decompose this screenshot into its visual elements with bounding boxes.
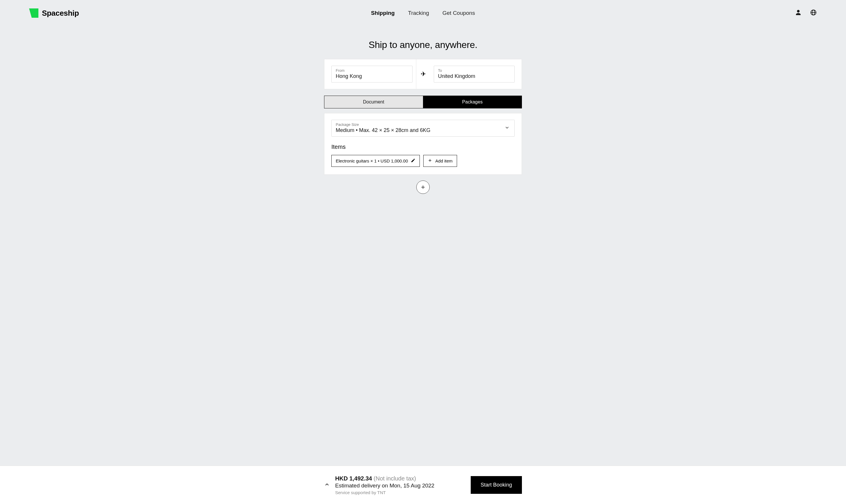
- to-value: United Kingdom: [438, 73, 511, 79]
- chevron-up-icon: [324, 482, 330, 487]
- primary-nav: Shipping Tracking Get Coupons: [371, 10, 475, 16]
- airplane-icon: ✈: [421, 70, 426, 78]
- items-section-label: Items: [331, 144, 515, 150]
- nav-tracking[interactable]: Tracking: [408, 10, 429, 16]
- package-size-value: Medium • Max. 42 × 25 × 28cm and 6KG: [336, 127, 510, 133]
- item-chip[interactable]: Electronic guitars × 1 • USD 1,000.00: [331, 155, 420, 167]
- edit-pencil-icon: [411, 158, 415, 164]
- from-label: From: [336, 68, 408, 73]
- add-item-label: Add item: [435, 158, 452, 163]
- brand-logo-icon: [29, 8, 38, 18]
- plus-icon: [420, 184, 426, 190]
- plus-icon: [428, 158, 432, 164]
- from-field[interactable]: From Hong Kong: [331, 66, 413, 83]
- shipment-type-segmented: Document Packages: [324, 96, 522, 108]
- quote-provider: Service supported by TNT: [335, 490, 465, 495]
- quote-tax-note: (Not include tax): [374, 475, 416, 482]
- route-from: From Hong Kong: [331, 66, 416, 83]
- add-item-button[interactable]: Add item: [423, 155, 457, 167]
- add-package-button[interactable]: [416, 180, 430, 194]
- route-card: From Hong Kong ✈ To United Kingdom: [324, 59, 522, 89]
- page-title: Ship to anyone, anywhere.: [368, 39, 478, 50]
- main-content: Ship to anyone, anywhere. From Hong Kong…: [0, 26, 846, 504]
- quote-price: HKD 1,492.34: [335, 475, 372, 482]
- quote-bar: HKD 1,492.34 (Not include tax) Estimated…: [0, 466, 846, 504]
- top-nav: Spaceship Shipping Tracking Get Coupons: [0, 0, 846, 26]
- from-value: Hong Kong: [336, 73, 408, 79]
- nav-get-coupons[interactable]: Get Coupons: [443, 10, 475, 16]
- package-size-label: Package Size: [336, 122, 510, 127]
- package-size-select[interactable]: Package Size Medium • Max. 42 × 25 × 28c…: [331, 120, 515, 137]
- to-field[interactable]: To United Kingdom: [434, 66, 515, 83]
- item-chip-text: Electronic guitars × 1 • USD 1,000.00: [336, 158, 408, 163]
- nav-shipping[interactable]: Shipping: [371, 10, 395, 16]
- start-booking-button[interactable]: Start Booking: [471, 476, 522, 494]
- tab-packages[interactable]: Packages: [423, 96, 522, 108]
- route-to: To United Kingdom: [430, 66, 515, 83]
- to-label: To: [438, 68, 511, 73]
- account-icon[interactable]: [795, 9, 802, 17]
- nav-utility-icons: [795, 9, 817, 17]
- tab-document[interactable]: Document: [324, 96, 423, 108]
- brand-name: Spaceship: [42, 9, 79, 18]
- language-globe-icon[interactable]: [810, 9, 817, 17]
- quote-eta: Estimated delivery on Mon, 15 Aug 2022: [335, 483, 465, 489]
- chevron-down-icon: [504, 125, 510, 131]
- route-direction: ✈: [416, 70, 430, 78]
- expand-quote-button[interactable]: [324, 482, 330, 489]
- package-card: Package Size Medium • Max. 42 × 25 × 28c…: [324, 113, 522, 175]
- quote-summary: HKD 1,492.34 (Not include tax) Estimated…: [335, 475, 465, 495]
- items-row: Electronic guitars × 1 • USD 1,000.00 Ad…: [331, 155, 515, 167]
- brand[interactable]: Spaceship: [29, 8, 79, 18]
